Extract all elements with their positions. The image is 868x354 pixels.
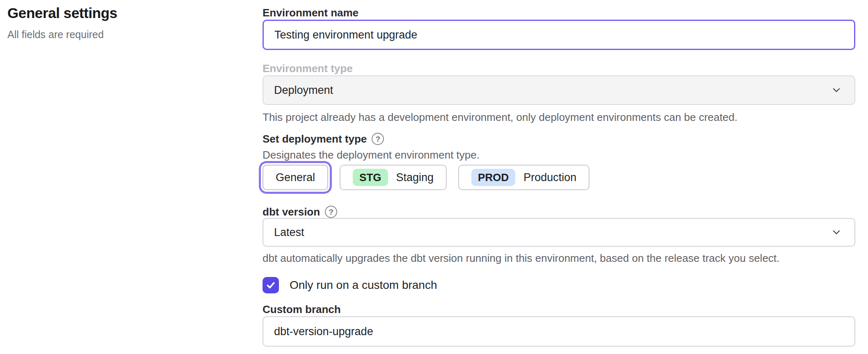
deployment-type-options: General STG Staging PROD Production — [263, 165, 855, 190]
chevron-down-icon — [831, 84, 842, 96]
deployment-type-general-button[interactable]: General — [263, 165, 328, 190]
chevron-down-icon — [831, 227, 842, 238]
environment-type-helper: This project already has a development e… — [263, 111, 855, 124]
custom-branch-label: Custom branch — [263, 302, 855, 316]
staging-badge: STG — [353, 169, 388, 186]
help-icon[interactable]: ? — [372, 133, 384, 145]
checkmark-icon — [265, 280, 276, 290]
environment-type-label: Environment type — [263, 61, 855, 75]
dbt-version-label-text: dbt version — [263, 205, 320, 219]
help-icon[interactable]: ? — [325, 206, 337, 218]
dbt-version-label: dbt version ? — [263, 205, 855, 219]
production-badge: PROD — [471, 169, 515, 186]
deployment-type-label: Set deployment type ? — [263, 132, 855, 146]
dbt-version-helper: dbt automatically upgrades the dbt versi… — [263, 252, 855, 265]
environment-settings-form: Environment name Environment type Deploy… — [263, 0, 855, 354]
environment-type-value: Deployment — [274, 84, 333, 97]
page-title: General settings — [7, 5, 117, 21]
deployment-type-production-button[interactable]: PROD Production — [458, 165, 589, 190]
environment-name-input[interactable] — [263, 20, 855, 50]
deployment-type-label-text: Set deployment type — [263, 132, 367, 146]
deployment-type-production-label: Production — [523, 171, 576, 184]
custom-branch-input[interactable] — [263, 316, 855, 347]
dbt-version-select[interactable]: Latest — [263, 218, 855, 247]
dbt-version-value: Latest — [274, 226, 304, 239]
deployment-type-staging-button[interactable]: STG Staging — [340, 165, 447, 190]
environment-name-label: Environment name — [263, 6, 855, 20]
environment-type-select: Deployment — [263, 75, 855, 105]
deployment-type-description: Designates the deployment environment ty… — [263, 148, 855, 161]
intro-section: General settings All fields are required — [7, 5, 117, 41]
deployment-type-general-label: General — [276, 171, 315, 184]
custom-branch-toggle-label: Only run on a custom branch — [290, 279, 437, 292]
deployment-type-staging-label: Staging — [396, 171, 434, 184]
custom-branch-toggle-row: Only run on a custom branch — [263, 277, 855, 293]
custom-branch-checkbox[interactable] — [263, 277, 279, 293]
page-subtitle: All fields are required — [7, 29, 117, 41]
